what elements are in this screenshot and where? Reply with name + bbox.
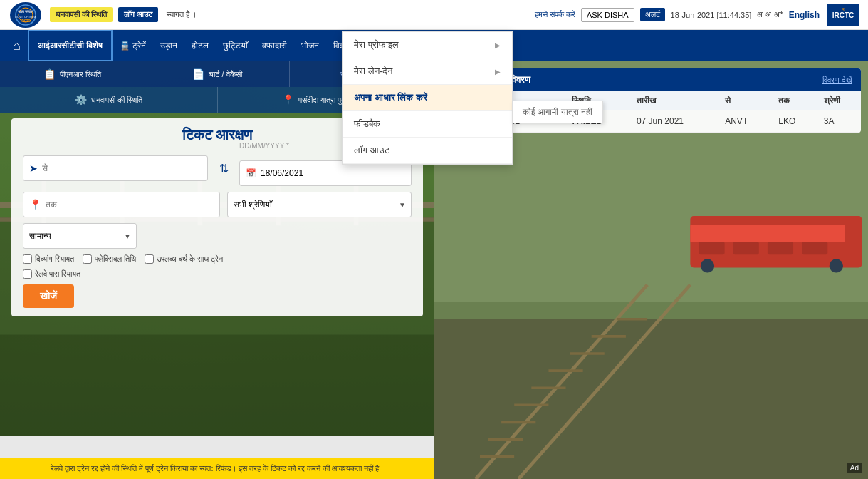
chart-vacancy-item[interactable]: 📄 चार्ट / वेकैंसी — [145, 61, 291, 87]
svg-text:R: R — [842, 7, 845, 11]
flexible-date-label: फ्लेक्सिबल तिथि — [95, 254, 136, 264]
quota-row: सामान्य — [23, 223, 412, 249]
refund-status-btn[interactable]: धनवापसी की स्थिति — [50, 7, 113, 22]
svg-text:भारत सरकार: भारत सरकार — [18, 9, 34, 14]
chart-vacancy-label: चार्ट / वेकैंसी — [209, 70, 241, 79]
profile-chevron-icon: ▶ — [495, 41, 501, 49]
railway-pass-label: रेलवे पास रियायत — [35, 269, 80, 279]
svg-rect-10 — [0, 335, 434, 436]
font-small-btn[interactable]: अ — [757, 10, 763, 19]
svg-point-27 — [701, 259, 714, 272]
railway-pass-checkbox-label[interactable]: रेलवे पास रियायत — [23, 269, 80, 279]
col-to: तक — [771, 91, 817, 110]
class-select-wrap: सभी श्रेणियाँ — [227, 192, 412, 217]
ad-badge: Ad — [847, 463, 862, 473]
pnr-status-item[interactable]: 📋 पीएनआर स्थिति — [0, 61, 145, 87]
from-input-wrap[interactable]: ➤ — [23, 155, 208, 181]
refund-status-label: धनवापसी की स्थिति — [91, 96, 142, 105]
svg-rect-22 — [690, 225, 845, 242]
contact-link[interactable]: हमसे संपर्क करें — [535, 10, 575, 19]
logo-left: भारत सरकार GOVT. OF INDIA IRCTC — [7, 2, 44, 28]
pnr-status-label: पीएनआर स्थिति — [60, 70, 101, 79]
handicap-checkbox[interactable] — [23, 254, 32, 264]
calendar-icon: 📅 — [246, 168, 256, 178]
nav-holidays[interactable]: छुट्टियाँ — [216, 30, 255, 61]
handicap-checkbox-label[interactable]: दिव्यांग रियायत — [23, 254, 74, 264]
col-class: श्रेणी — [817, 91, 861, 110]
destination-icon: 📍 — [29, 199, 41, 210]
svg-text:IRCTC: IRCTC — [21, 19, 31, 23]
link-aadhar-label: अपना आधार लिंक करें — [354, 92, 427, 103]
font-medium-btn[interactable]: अ — [765, 10, 771, 19]
nav-food[interactable]: भोजन — [294, 30, 326, 61]
from-input[interactable] — [42, 163, 202, 173]
quota-select[interactable]: सामान्य — [23, 223, 137, 249]
my-profile-label: मेरा प्रोफाइल — [354, 39, 399, 51]
font-large-btn[interactable]: अ* — [774, 10, 783, 19]
home-icon: ⌂ — [13, 38, 21, 53]
checkbox-row: दिव्यांग रियायत फ्लेक्सिबल तिथि उपलब्ध ब… — [23, 254, 412, 264]
view-details-link[interactable]: विवरण देखें — [822, 76, 852, 85]
dropdown-feedback[interactable]: फीडबैक — [343, 111, 512, 138]
nav-trains[interactable]: 🚆 ट्रेनें — [113, 30, 153, 61]
nav-special-btn[interactable]: आईआरसीटीसी विशेष — [28, 30, 113, 61]
top-logout-btn[interactable]: लॉग आउट — [118, 7, 158, 22]
chart-icon: 📄 — [192, 68, 204, 80]
from-icon: ➤ — [29, 163, 38, 174]
pnr-icon: 📋 — [43, 68, 56, 80]
with-berth-checkbox-label[interactable]: उपलब्ध बर्थ के साथ ट्रेन — [145, 254, 223, 264]
col-date: तारीख — [629, 91, 718, 110]
to-input[interactable] — [46, 200, 214, 210]
to-class-row: 📍 सभी श्रेणियाँ — [23, 192, 412, 217]
row-to: LKO — [771, 110, 817, 133]
handicap-label: दिव्यांग रियायत — [35, 254, 74, 264]
alert-btn[interactable]: अलर्ट — [640, 8, 665, 21]
my-transactions-label: मेरा लेन-देन — [354, 66, 392, 77]
railway-pass-checkbox[interactable] — [23, 269, 32, 279]
irctc-logo-left: भारत सरकार GOVT. OF INDIA IRCTC — [10, 2, 41, 28]
datetime-text: 18-Jun-2021 [11:44:35] — [671, 11, 752, 19]
checkbox-row-2: रेलवे पास रियायत — [23, 269, 412, 279]
to-input-wrap[interactable]: 📍 — [23, 192, 220, 217]
with-berth-checkbox[interactable] — [145, 254, 154, 264]
refund-icon: ⚙️ — [75, 94, 87, 105]
swap-button[interactable]: ⇅ — [215, 162, 232, 175]
refund-info-text: रेलवे द्वारा ट्रेन रद्द होने की स्थिति म… — [51, 464, 384, 473]
train-icon: 🚆 — [120, 41, 130, 51]
svg-rect-25 — [768, 242, 793, 254]
dropdown-my-transactions[interactable]: मेरा लेन-देन ▶ — [343, 58, 512, 85]
nav-hotels[interactable]: होटल — [184, 30, 216, 61]
svg-rect-19 — [434, 319, 868, 479]
svg-rect-24 — [733, 242, 759, 254]
quota-wrap: सामान्य — [23, 223, 137, 249]
location-icon: 📍 — [282, 94, 294, 105]
row-class: 3A — [817, 110, 861, 133]
with-berth-label: उपलब्ध बर्थ के साथ ट्रेन — [157, 254, 223, 264]
dropdown-my-profile[interactable]: मेरा प्रोफाइल ▶ — [343, 32, 512, 58]
date-label: DD/MM/YYYY * — [239, 142, 289, 150]
flexible-date-checkbox-label[interactable]: फ्लेक्सिबल तिथि — [83, 254, 136, 264]
flexible-date-checkbox[interactable] — [83, 254, 92, 264]
dropdown-overlay: मेरा प्रोफाइल ▶ मेरा लेन-देन ▶ अपना आधार… — [342, 31, 513, 165]
top-bar: भारत सरकार GOVT. OF INDIA IRCTC धनवापसी … — [0, 0, 868, 30]
class-select[interactable]: सभी श्रेणियाँ — [227, 192, 412, 217]
dropdown-logout-label: लॉग आउट — [354, 145, 389, 156]
date-input[interactable] — [261, 168, 405, 178]
refund-status-item[interactable]: ⚙️ धनवापसी की स्थिति — [0, 87, 218, 113]
home-button[interactable]: ⌂ — [6, 30, 28, 61]
nav-flights[interactable]: उड़ान — [153, 30, 184, 61]
svg-text:GOVT. OF INDIA: GOVT. OF INDIA — [15, 15, 37, 19]
svg-rect-23 — [699, 242, 724, 254]
svg-rect-26 — [802, 242, 827, 254]
language-link[interactable]: English — [789, 10, 820, 20]
nav-loyalty[interactable]: वफादारी — [255, 30, 294, 61]
irctc-logo-right: IRCTC R — [825, 2, 861, 28]
upcoming-text: कोई आगामी यात्रा नहीं — [523, 107, 592, 117]
row-date: 07 Jun 2021 — [629, 110, 718, 133]
search-trains-button[interactable]: खोजें — [23, 284, 74, 308]
ask-disha-btn[interactable]: ASK DISHA — [581, 8, 634, 22]
dropdown-logout[interactable]: लॉग आउट — [343, 138, 512, 164]
dropdown-link-aadhar[interactable]: अपना आधार लिंक करें — [343, 85, 512, 111]
transactions-chevron-icon: ▶ — [495, 68, 501, 76]
welcome-text: स्वागत है । — [167, 10, 197, 19]
